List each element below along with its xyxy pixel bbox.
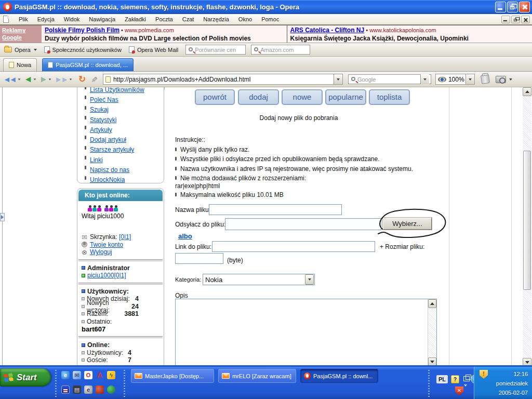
google-search-input[interactable] [357, 76, 420, 83]
fast-forward-button[interactable]: ►► [55, 75, 72, 84]
camera-icon[interactable] [496, 76, 506, 83]
sidebar-link-szukaj[interactable]: Szukaj [90, 106, 109, 113]
sidebar-link-artykuly[interactable]: Artykuły [90, 126, 112, 134]
taskbar-button-pasjagsm[interactable]: PasjaGSM.pl :: downl... [300, 369, 378, 383]
chevron-down-icon[interactable] [509, 78, 512, 81]
menu-plik[interactable]: Plik [14, 15, 33, 23]
menu-edycja[interactable]: Edycja [33, 15, 59, 23]
file-size-input[interactable] [176, 254, 223, 263]
edit-pencil-icon[interactable]: ✎ [90, 76, 99, 83]
start-button[interactable]: Start [0, 368, 51, 387]
file-name-input[interactable] [209, 205, 341, 215]
taskbar-button-mrelo[interactable]: mrELO [Zaraz wracam] [218, 369, 296, 383]
quicklaunch-film-icon[interactable]: ▤ [73, 385, 81, 394]
nav-button-toplista[interactable]: toplista [369, 89, 410, 105]
ads-by-google-label[interactable]: Reklamy Google [0, 25, 42, 43]
zoom-dropdown-button[interactable] [466, 74, 474, 84]
quicklaunch-green-orb-icon[interactable] [107, 385, 115, 394]
url-input[interactable] [113, 76, 334, 83]
sidebar-link-lista[interactable]: Lista Użytkowników [90, 87, 144, 94]
toolbar-handle[interactable] [55, 370, 57, 397]
quicklaunch-red-a-icon[interactable]: A [96, 371, 104, 379]
bookmark-webmail-link[interactable]: Opera Web Mail [137, 47, 178, 53]
quicklaunch-opera-icon[interactable]: O [84, 371, 92, 379]
mdi-close-button[interactable] [521, 16, 530, 23]
menu-poczta[interactable]: Poczta [151, 15, 178, 23]
menu-pomoc[interactable]: Pomoc [257, 15, 284, 23]
bookmark-community-link[interactable]: Społeczność użytkowników [52, 47, 122, 53]
tab-pasjagsm-active[interactable]: PasjaGSM.pl :: download, ... [42, 58, 134, 71]
personal-bar: Opera Społeczność użytkowników Opera Web… [0, 43, 532, 57]
chevron-down-icon[interactable] [464, 384, 467, 387]
main-scrollbar[interactable] [523, 87, 531, 367]
menu-nawigacja[interactable]: Nawigacja [84, 15, 120, 23]
tab-new-page[interactable]: Nowa [3, 58, 37, 71]
reload-icon[interactable]: ↻ [78, 74, 86, 85]
menu-zakladki[interactable]: Zakładki [120, 15, 151, 23]
blue-square-bullet [82, 343, 85, 347]
sidebar-link-linki[interactable]: Linki [90, 156, 103, 164]
sidebar-link-unlocknokia[interactable]: UnlockNokia [90, 176, 125, 183]
browse-button[interactable]: Wybierz... [383, 218, 432, 230]
menu-czat[interactable]: Czat [178, 15, 199, 23]
quicklaunch-floppy-icon[interactable] [61, 385, 70, 394]
description-textarea[interactable] [176, 299, 428, 366]
restore-layout-tray-icon[interactable] [463, 376, 470, 381]
menu-narzedzia[interactable]: Narzędzia [198, 15, 234, 23]
nav-button-dodaj[interactable]: dodaj [238, 89, 279, 105]
mdi-minimize-button[interactable] [501, 16, 510, 23]
url-dropdown-button[interactable] [334, 74, 342, 84]
nav-button-popularne[interactable]: popularne [325, 89, 366, 105]
sidebar-link-polec-nas[interactable]: Poleć Nas [90, 96, 118, 103]
scrollbar-thumb[interactable] [523, 151, 531, 290]
minimize-button[interactable] [495, 2, 506, 12]
opera-bookmarks-menu[interactable]: Opera [15, 47, 31, 53]
toolbar-handle[interactable] [124, 370, 125, 397]
category-select[interactable]: Nokia [203, 274, 315, 285]
sidebar-link-napisz[interactable]: Napisz do nas [90, 166, 129, 174]
rewind-button[interactable]: ◄◄ [3, 75, 21, 84]
scroll-up-button[interactable] [428, 299, 436, 308]
nav-button-nowe[interactable]: nowe [282, 89, 323, 105]
sidebar-link-starsze-artykuly[interactable]: Starsze artykuły [90, 146, 134, 153]
quicklaunch-globe-icon[interactable]: e [84, 385, 92, 394]
logout-link[interactable]: Wyloguj [90, 248, 112, 256]
taskbar-button-masterjapko[interactable]: MasterJapko [Dostęp... [131, 369, 214, 383]
quicklaunch-knight-icon[interactable] [96, 385, 104, 394]
scroll-up-button[interactable] [523, 87, 531, 96]
textarea-scrollbar[interactable] [428, 299, 436, 366]
quicklaunch-ie-icon[interactable]: e [61, 371, 70, 379]
ad-polmedia-link[interactable]: Polskie Filmy Polish Film [45, 26, 119, 34]
category-dropdown-button[interactable] [305, 274, 314, 285]
chevron-down-icon[interactable] [34, 49, 37, 51]
back-button[interactable]: ◄ [24, 74, 36, 85]
mdi-restore-button[interactable] [511, 16, 520, 23]
mailbox-counts-link[interactable]: [0|1] [119, 233, 131, 241]
quicklaunch-lightning-icon[interactable]: ϟ [107, 371, 115, 379]
menu-okno[interactable]: Okno [234, 15, 257, 23]
forward-button[interactable]: ► [39, 74, 52, 85]
help-tray-icon[interactable]: ? [451, 375, 459, 383]
amazon-search-input[interactable] [260, 47, 308, 53]
security-alert-tray-icon[interactable]: ✕ [455, 387, 463, 395]
ad-katolicka-link[interactable]: ARS Catolica - Clifton NJ [290, 26, 365, 34]
tray-clock-panel[interactable]: ! 12:16 poniedziałek 2005-02-07 [474, 367, 532, 399]
opera-app-icon [3, 3, 12, 11]
sidebar-link-statystyki[interactable]: Statystyki [90, 116, 116, 124]
account-link[interactable]: Twoje konto [90, 241, 123, 248]
language-indicator[interactable]: PL [436, 375, 448, 383]
close-button[interactable] [519, 2, 530, 12]
restore-button[interactable] [507, 2, 518, 12]
albo-link[interactable]: albo [178, 232, 192, 240]
search-dropdown-button[interactable] [420, 74, 429, 84]
quicklaunch-mail-icon[interactable]: ✉ [73, 371, 81, 379]
nav-button-powrot[interactable]: powrót [195, 89, 235, 105]
trash-icon[interactable] [481, 74, 490, 84]
sidebar-link-dodaj-artykul[interactable]: Dodaj artykuł [90, 136, 126, 143]
admin-user-link[interactable]: piciu1000[0|1] [87, 272, 126, 279]
menu-widok[interactable]: Widok [59, 15, 85, 23]
sidebar-panel-toggle[interactable] [0, 213, 5, 221]
file-link-input[interactable] [212, 242, 375, 251]
upload-file-input[interactable] [225, 219, 381, 230]
price-compare-search-input[interactable] [195, 47, 244, 53]
